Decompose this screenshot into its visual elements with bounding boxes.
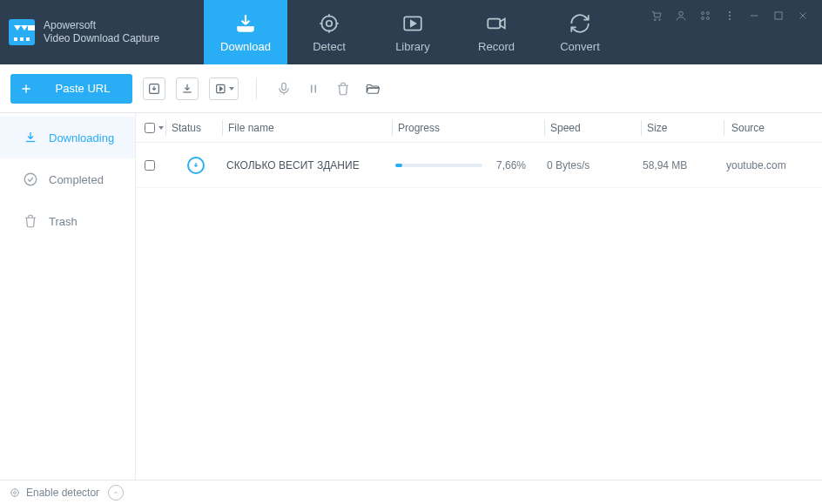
select-dropdown-icon[interactable] — [158, 126, 164, 130]
main-nav: Download Detect Library Record Convert — [204, 0, 622, 64]
delete-button[interactable] — [334, 79, 353, 98]
sidebar-item-trash[interactable]: Trash — [0, 200, 135, 242]
column-header-row: Status File name Progress Speed Size Sou… — [136, 113, 822, 143]
nav-label-detect: Detect — [313, 40, 346, 53]
grid-icon[interactable] — [698, 9, 712, 23]
cart-icon[interactable] — [650, 9, 664, 23]
toolbar-separator — [256, 77, 257, 100]
enable-detector-label: Enable detector — [26, 487, 99, 499]
kebab-menu-icon[interactable] — [723, 9, 737, 23]
brand-line2: Video Download Capture — [44, 32, 159, 45]
col-size[interactable]: Size — [642, 122, 724, 134]
pause-icon — [306, 81, 321, 97]
app-window: Apowersoft Video Download Capture Downlo… — [0, 0, 822, 504]
speed-limit-button[interactable] — [108, 485, 124, 501]
col-progress[interactable]: Progress — [393, 122, 544, 134]
svg-point-6 — [679, 11, 684, 16]
progress-fill — [395, 164, 402, 167]
film-icon — [214, 82, 228, 96]
svg-point-0 — [321, 16, 336, 30]
target-small-icon — [9, 487, 21, 499]
sidebar-item-downloading[interactable]: Downloading — [0, 117, 135, 158]
svg-point-8 — [706, 12, 709, 15]
col-status[interactable]: Status — [166, 122, 222, 134]
check-circle-icon — [23, 171, 38, 187]
nav-tab-detect[interactable]: Detect — [287, 0, 371, 64]
title-bar: Apowersoft Video Download Capture Downlo… — [0, 0, 822, 64]
row-speed: 0 Bytes/s — [542, 159, 637, 171]
svg-point-19 — [11, 488, 18, 495]
select-all-checkbox[interactable] — [145, 123, 155, 133]
video-camera-icon — [485, 12, 508, 35]
svg-rect-3 — [488, 18, 500, 28]
svg-rect-14 — [775, 12, 782, 19]
quality-dropdown-button[interactable] — [209, 77, 239, 100]
svg-point-12 — [729, 15, 731, 17]
open-folder-button[interactable] — [363, 79, 382, 98]
col-filename[interactable]: File name — [223, 122, 392, 134]
paste-url-label: Paste URL — [42, 82, 132, 95]
download-all-button[interactable] — [143, 77, 165, 100]
svg-point-20 — [14, 491, 17, 494]
refresh-icon — [569, 12, 591, 35]
content: Status File name Progress Speed Size Sou… — [136, 113, 822, 480]
enable-detector-button[interactable]: Enable detector — [9, 487, 99, 499]
svg-point-10 — [706, 17, 709, 19]
col-speed[interactable]: Speed — [545, 122, 641, 134]
paste-url-button[interactable]: Paste URL — [10, 74, 132, 104]
svg-point-7 — [702, 12, 704, 15]
trash-icon — [23, 213, 38, 229]
play-screen-icon — [401, 12, 424, 35]
nav-tab-download[interactable]: Download — [204, 0, 287, 64]
download-rows: СКОЛЬКО ВЕСИТ ЗДАНИЕ 7,66% 0 Bytes/s 58,… — [136, 143, 822, 480]
progress-bar — [395, 164, 482, 167]
row-status-downloading-icon[interactable] — [187, 157, 205, 174]
target-icon — [318, 12, 340, 35]
svg-point-1 — [327, 20, 333, 26]
trash-icon — [335, 81, 351, 97]
svg-point-5 — [659, 19, 661, 21]
window-minimize-icon[interactable] — [747, 9, 761, 23]
mic-button[interactable] — [274, 79, 293, 98]
progress-pct: 7,66% — [496, 159, 526, 171]
nav-tab-library[interactable]: Library — [371, 0, 455, 64]
download-one-button[interactable] — [176, 77, 199, 100]
brand-text: Apowersoft Video Download Capture — [44, 19, 159, 45]
row-source: youtube.com — [719, 159, 822, 171]
svg-point-11 — [729, 11, 731, 13]
row-progress: 7,66% — [395, 159, 542, 171]
col-source[interactable]: Source — [724, 122, 822, 134]
row-size: 58,94 MB — [637, 159, 719, 171]
chevron-up-icon — [112, 489, 119, 496]
app-logo-icon — [9, 19, 35, 45]
body: Downloading Completed Trash Status File — [0, 113, 822, 480]
status-bar: Enable detector — [0, 480, 822, 504]
row-filename: СКОЛЬКО ВЕСИТ ЗДАНИЕ — [221, 159, 390, 171]
sidebar-item-completed[interactable]: Completed — [0, 158, 135, 200]
row-checkbox[interactable] — [145, 160, 155, 171]
downloading-icon — [23, 130, 38, 145]
pause-button[interactable] — [304, 79, 323, 98]
nav-label-convert: Convert — [560, 40, 600, 53]
download-box-icon — [147, 82, 161, 96]
nav-tab-record[interactable]: Record — [455, 0, 538, 64]
svg-point-13 — [729, 18, 731, 20]
folder-open-icon — [365, 81, 381, 97]
header-checkbox[interactable] — [136, 123, 165, 133]
toolbar: Paste URL — [0, 64, 822, 113]
sidebar-label-downloading: Downloading — [49, 131, 114, 144]
plus-icon — [10, 82, 42, 96]
nav-label-record: Record — [478, 40, 515, 53]
sidebar-label-trash: Trash — [49, 215, 77, 228]
window-close-icon[interactable] — [796, 9, 810, 23]
download-row[interactable]: СКОЛЬКО ВЕСИТ ЗДАНИЕ 7,66% 0 Bytes/s 58,… — [136, 143, 822, 188]
window-controls — [650, 0, 822, 64]
nav-tab-convert[interactable]: Convert — [538, 0, 622, 64]
window-maximize-icon[interactable] — [771, 9, 785, 23]
user-icon[interactable] — [674, 9, 688, 23]
download-icon — [180, 82, 194, 96]
sidebar: Downloading Completed Trash — [0, 113, 136, 480]
download-tray-icon — [234, 12, 257, 35]
sidebar-label-completed: Completed — [49, 173, 104, 186]
svg-point-4 — [654, 19, 656, 21]
